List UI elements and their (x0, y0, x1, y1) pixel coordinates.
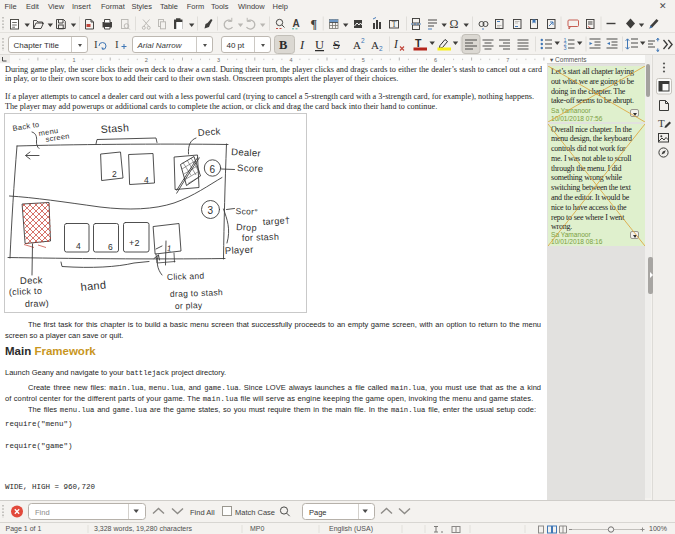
svg-text:5: 5 (362, 57, 365, 63)
svg-text:3: 3 (208, 205, 214, 216)
svg-text:1: 1 (73, 57, 76, 63)
svg-text:I: I (94, 38, 98, 50)
svg-text:B: B (279, 38, 287, 52)
svg-text:2: 2 (379, 45, 383, 52)
svg-text:4: 4 (289, 57, 292, 63)
svg-text:3: 3 (564, 45, 567, 51)
svg-text:Dealer: Dealer (231, 146, 261, 159)
svg-text:drag to stash: drag to stash (170, 287, 223, 299)
svg-text:S: S (333, 38, 340, 52)
svg-text:Find: Find (35, 508, 50, 517)
svg-text:Stash: Stash (100, 121, 129, 135)
svg-text:Scor°: Scor° (235, 206, 258, 217)
svg-text:6: 6 (210, 164, 216, 175)
svg-text:targe†: targe† (262, 215, 290, 227)
svg-text:Drop: Drop (236, 222, 257, 233)
svg-text:I: I (393, 38, 399, 50)
svg-text:+2: +2 (129, 238, 140, 248)
svg-text:Page: Page (309, 508, 327, 517)
svg-text:T: T (658, 117, 665, 129)
svg-text:I: I (299, 38, 305, 52)
svg-text:2: 2 (145, 57, 148, 63)
svg-text:7: 7 (506, 57, 509, 63)
svg-text:Score: Score (237, 162, 264, 174)
svg-text:Ω: Ω (450, 17, 459, 31)
svg-text:for stash: for stash (242, 232, 280, 243)
svg-text:Player: Player (225, 244, 254, 256)
svg-text:(click to: (click to (9, 286, 43, 297)
svg-text:6: 6 (434, 57, 437, 63)
svg-text:or play: or play (175, 300, 203, 311)
svg-text:Match Case: Match Case (235, 508, 275, 517)
svg-text:T: T (392, 20, 397, 29)
svg-text:A: A (371, 39, 379, 51)
svg-text:T: T (415, 37, 422, 49)
svg-text:3: 3 (217, 57, 220, 63)
svg-text:Click and: Click and (167, 271, 205, 282)
svg-text:A: A (293, 18, 300, 29)
svg-text:I: I (115, 38, 119, 50)
svg-text:draw): draw) (25, 298, 49, 309)
svg-text:Find All: Find All (190, 508, 215, 517)
svg-text:6: 6 (108, 242, 113, 252)
svg-text:U: U (315, 38, 324, 52)
svg-text:A: A (353, 39, 361, 51)
svg-text:4: 4 (144, 175, 149, 185)
svg-text:Deck: Deck (197, 125, 221, 138)
svg-text:Deck: Deck (20, 274, 43, 286)
svg-text:2: 2 (361, 37, 365, 44)
svg-text:2: 2 (112, 169, 117, 179)
svg-text:¶: ¶ (311, 17, 317, 31)
svg-text:4: 4 (76, 241, 81, 251)
